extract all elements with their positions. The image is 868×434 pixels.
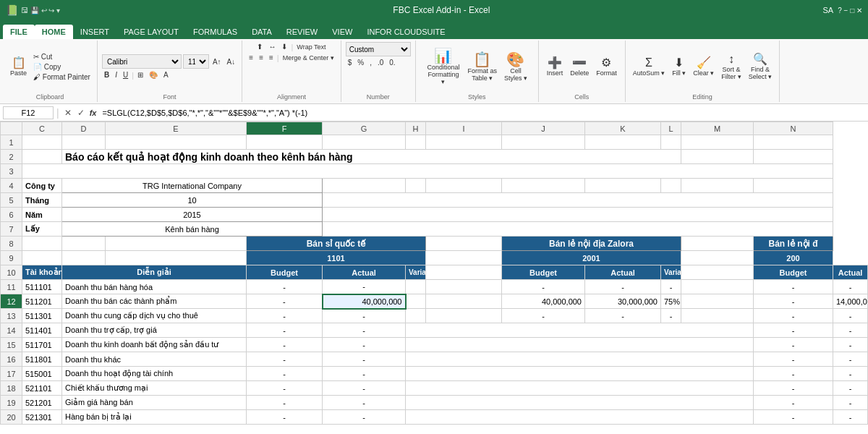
cell-d12[interactable]: Doanh thu bán các thành phẩm bbox=[62, 294, 247, 309]
cell-h10[interactable]: Variance (%) bbox=[406, 265, 426, 280]
fill-button[interactable]: ⬇ Fill ▾ bbox=[669, 56, 689, 78]
cell-f20[interactable]: - bbox=[247, 410, 323, 425]
cell-c17[interactable]: 515001 bbox=[22, 367, 62, 381]
confirm-formula-button[interactable]: ✓ bbox=[75, 108, 87, 118]
row-12[interactable]: 12 bbox=[1, 294, 22, 309]
cell-c10[interactable]: Tài khoản bbox=[22, 265, 62, 280]
cell-h14[interactable] bbox=[406, 323, 754, 338]
borders-button[interactable]: ⊞ bbox=[135, 70, 145, 80]
cell-reference[interactable] bbox=[3, 106, 54, 119]
cell-f11[interactable]: - bbox=[247, 280, 323, 294]
row-17[interactable]: 17 bbox=[1, 367, 22, 381]
cell-n4[interactable] bbox=[754, 179, 833, 193]
cell-m13[interactable] bbox=[681, 309, 754, 323]
cell-f13[interactable]: - bbox=[247, 309, 323, 323]
cell-g14[interactable]: - bbox=[323, 323, 406, 338]
cell-d15[interactable]: Doanh thu kinh doanh bất động sản đầu tư bbox=[62, 338, 247, 352]
cell-d7[interactable]: Kênh bán hàng bbox=[62, 222, 323, 237]
cell-f19[interactable]: - bbox=[247, 396, 323, 410]
cell-f14[interactable]: - bbox=[247, 323, 323, 338]
merge-center-button[interactable]: Merge & Center ▾ bbox=[281, 54, 336, 62]
cell-n15[interactable]: - bbox=[754, 338, 833, 352]
cell-d14[interactable]: Doanh thu trợ cấp, trợ giá bbox=[62, 323, 247, 338]
cell-n19[interactable]: - bbox=[754, 396, 833, 410]
cell-j1[interactable] bbox=[502, 135, 585, 150]
cell-o10[interactable]: Actual bbox=[833, 265, 868, 280]
cell-n13[interactable]: - bbox=[754, 309, 833, 323]
row-2[interactable]: 2 bbox=[1, 150, 22, 164]
cell-c2[interactable] bbox=[22, 150, 62, 164]
row-13[interactable]: 13 bbox=[1, 309, 22, 323]
tab-home[interactable]: HOME bbox=[35, 25, 73, 39]
align-right-button[interactable]: ≡ bbox=[267, 53, 276, 62]
cell-o19[interactable]: - bbox=[833, 396, 868, 410]
cell-styles-button[interactable]: 🎨 CellStyles ▾ bbox=[501, 51, 530, 83]
cell-c7[interactable]: Lấy bbox=[22, 222, 62, 237]
cell-c20[interactable]: 521301 bbox=[22, 410, 62, 425]
cell-k10[interactable]: Actual bbox=[585, 265, 661, 280]
cell-d1[interactable] bbox=[62, 135, 106, 150]
cell-d8[interactable] bbox=[62, 237, 106, 251]
col-h[interactable]: H bbox=[406, 122, 426, 135]
sort-filter-button[interactable]: ↕ Sort &Filter ▾ bbox=[718, 52, 744, 82]
row-5[interactable]: 5 bbox=[1, 193, 22, 208]
cell-o15[interactable]: - bbox=[833, 338, 868, 352]
cell-f10[interactable]: Budget bbox=[247, 265, 323, 280]
row-1[interactable]: 1 bbox=[1, 135, 22, 150]
italic-button[interactable]: I bbox=[113, 70, 119, 80]
cell-d17[interactable]: Doanh thu hoạt động tài chính bbox=[62, 367, 247, 381]
cell-o18[interactable]: - bbox=[833, 381, 868, 396]
tab-infor[interactable]: INFOR CLOUDSUITE bbox=[359, 25, 452, 39]
cell-o12[interactable]: 14,000,000 bbox=[833, 294, 868, 309]
delete-button[interactable]: ➖ Delete bbox=[567, 56, 592, 78]
cell-c5[interactable]: Tháng bbox=[22, 193, 62, 208]
find-select-button[interactable]: 🔍 Find &Select ▾ bbox=[746, 52, 775, 82]
cell-k1[interactable] bbox=[585, 135, 661, 150]
cell-j12[interactable]: 40,000,000 bbox=[502, 294, 585, 309]
cell-n14[interactable]: - bbox=[754, 323, 833, 338]
cell-m1[interactable] bbox=[681, 135, 754, 150]
cell-g11[interactable]: - bbox=[323, 280, 406, 294]
align-bottom-button[interactable]: ⬇ bbox=[279, 42, 289, 51]
cell-j8[interactable]: Bán lẻ nội địa Zalora bbox=[502, 237, 681, 251]
align-left-button[interactable]: ≡ bbox=[247, 53, 255, 62]
cell-d20[interactable]: Hàng bán bị trả lại bbox=[62, 410, 247, 425]
col-n[interactable]: N bbox=[754, 122, 833, 135]
cell-f18[interactable]: - bbox=[247, 381, 323, 396]
fill-color-button[interactable]: 🎨 bbox=[147, 70, 160, 80]
cell-f15[interactable]: - bbox=[247, 338, 323, 352]
col-e[interactable]: E bbox=[106, 122, 247, 135]
increase-decimal-button[interactable]: .0 bbox=[375, 58, 386, 67]
decrease-font-button[interactable]: A↓ bbox=[225, 57, 238, 67]
cell-j4[interactable] bbox=[502, 179, 585, 193]
cell-o16[interactable]: - bbox=[833, 352, 868, 367]
cell-h18[interactable] bbox=[406, 381, 754, 396]
cell-j9[interactable]: 2001 bbox=[502, 251, 681, 265]
cell-f12[interactable]: - bbox=[247, 294, 323, 309]
cell-h17[interactable] bbox=[406, 367, 754, 381]
tab-review[interactable]: REVIEW bbox=[279, 25, 325, 39]
cell-c1[interactable] bbox=[22, 135, 62, 150]
cell-m8[interactable] bbox=[681, 237, 754, 251]
cell-l4[interactable] bbox=[661, 179, 681, 193]
cell-m4[interactable] bbox=[681, 179, 754, 193]
cell-k13[interactable]: - bbox=[585, 309, 661, 323]
cell-n2[interactable] bbox=[754, 150, 833, 164]
cell-m10[interactable] bbox=[681, 265, 754, 280]
row-6[interactable]: 6 bbox=[1, 208, 22, 222]
cell-l12[interactable]: 75% bbox=[661, 294, 681, 309]
cell-i12[interactable] bbox=[426, 294, 502, 309]
wrap-text-button[interactable]: Wrap Text bbox=[294, 43, 328, 51]
cell-n9[interactable]: 200 bbox=[754, 251, 833, 265]
cell-d13[interactable]: Doanh thu cung cấp dịch vụ cho thuê bbox=[62, 309, 247, 323]
cell-f17[interactable]: - bbox=[247, 367, 323, 381]
cell-g13[interactable]: - bbox=[323, 309, 406, 323]
cell-d16[interactable]: Doanh thu khác bbox=[62, 352, 247, 367]
cell-i1[interactable] bbox=[426, 135, 502, 150]
cell-i4[interactable] bbox=[426, 179, 502, 193]
cancel-formula-button[interactable]: ✕ bbox=[62, 108, 74, 118]
cell-g16[interactable]: - bbox=[323, 352, 406, 367]
row-10[interactable]: 10 bbox=[1, 265, 22, 280]
cell-n12[interactable]: - bbox=[754, 294, 833, 309]
autosum-button[interactable]: Σ AutoSum ▾ bbox=[630, 56, 668, 78]
